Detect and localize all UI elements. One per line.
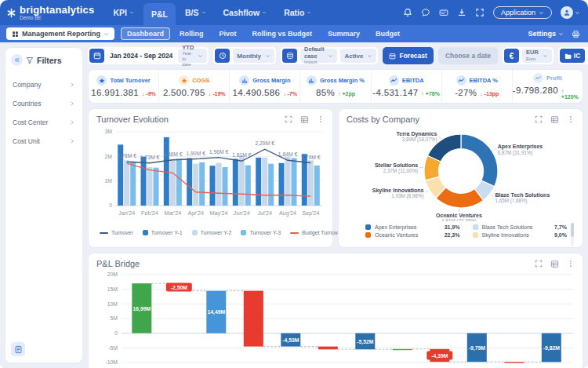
svg-text:Jul'24: Jul'24 xyxy=(257,210,272,217)
calendar-button[interactable] xyxy=(89,49,104,63)
card-icon[interactable] xyxy=(439,8,448,17)
nav-item-b-s[interactable]: B/S xyxy=(177,0,214,25)
period-dropdown[interactable]: Monthly xyxy=(233,49,274,63)
nav-item-cashflow[interactable]: Cashflow xyxy=(216,0,275,25)
kpi-value: 16.991.381 xyxy=(91,88,139,97)
status-dropdown[interactable]: Active xyxy=(340,49,376,63)
collapse-sidebar-button[interactable] xyxy=(11,54,23,66)
kpi-card-gross-margin[interactable]: Gross Margin %85%↑ +2pp xyxy=(300,70,371,103)
legend-item-apex-enterprises[interactable]: Apex Enterprises31,9% xyxy=(365,224,460,230)
kebab-menu-icon[interactable] xyxy=(317,115,325,123)
tab-summary[interactable]: Summary xyxy=(321,27,366,40)
chevron-right-icon xyxy=(69,138,75,144)
legend-item-turnover-y-1[interactable]: Turnover Y-1 xyxy=(143,230,183,235)
waterfall-chart[interactable]: 20M15M10M5M0-5M-10M16,99M-2,50M14,49M-4,… xyxy=(96,270,575,368)
kpi-card-ebitda[interactable]: EBITDA-4.531.147↑ +78% xyxy=(372,70,442,103)
application-dropdown[interactable]: Application xyxy=(493,6,552,19)
waterfall-bar-10 xyxy=(504,362,524,363)
legend-item-oceanic-ventures[interactable]: Oceanic Ventures22,3% xyxy=(365,232,460,238)
tab-dashboard[interactable]: Dashboard xyxy=(121,27,170,40)
top-bar: brightanalytics Demo BE KPIP&LB/SCashflo… xyxy=(0,0,588,25)
legend-item-turnover[interactable]: Turnover xyxy=(100,230,133,235)
svg-text:1,81M €: 1,81M € xyxy=(232,152,252,158)
download-icon[interactable] xyxy=(457,8,466,17)
kpi-card-cogs[interactable]: COGS2.500.795↓ -19% xyxy=(159,70,230,103)
bell-icon[interactable] xyxy=(403,8,412,17)
history-button[interactable] xyxy=(215,49,230,63)
nav-item-p-l[interactable]: P&L xyxy=(143,3,176,25)
svg-text:-5M: -5M xyxy=(108,345,118,351)
filter-item-company[interactable]: Company xyxy=(11,75,77,94)
filter-item-cost-unit[interactable]: Cost Unit xyxy=(11,132,77,151)
svg-text:May'24: May'24 xyxy=(210,210,228,217)
filter-item-cost-center[interactable]: Cost Center xyxy=(11,113,77,132)
kpi-card-ebitda[interactable]: EBITDA %-27%↓ -13pp xyxy=(442,70,513,103)
kpi-delta: ↑ +78% xyxy=(421,91,440,97)
expand-icon[interactable] xyxy=(475,8,485,17)
table-view-icon[interactable] xyxy=(550,115,559,124)
table-view-icon[interactable] xyxy=(550,260,559,268)
kpi-value: 2.500.795 xyxy=(163,88,205,97)
turnover-chart[interactable]: 01M2M3MJan'24Feb'24Mar'24Apr'24May'24Jun… xyxy=(96,126,325,228)
tab-rolling-vs-budget[interactable]: Rolling vs Budget xyxy=(246,27,319,40)
currency-dropdown[interactable]: EUR Euro xyxy=(522,49,552,63)
filter-item-countries[interactable]: Countries xyxy=(11,94,77,113)
kpi-card-gross-margin[interactable]: Gross Margin14.490.586↓ -7% xyxy=(230,70,300,103)
report-selector[interactable]: Management Reporting xyxy=(6,27,114,40)
nav-item-ratio[interactable]: Ratio xyxy=(276,0,319,25)
kebab-menu-icon[interactable] xyxy=(567,115,575,123)
main-nav: KPIP&LB/SCashflowRatio xyxy=(105,0,319,25)
legend-item-skyline-innovations[interactable]: Skyline Innovations9,0% xyxy=(473,232,568,238)
kpi-card-total-turnover[interactable]: Total Turnover16.991.381↓ -9% xyxy=(89,70,159,103)
legend-scrollbar-thumb[interactable] xyxy=(571,223,574,237)
user-menu[interactable] xyxy=(561,6,580,19)
legend-item-budget-turnover[interactable]: Budget Turnover xyxy=(290,230,343,235)
legend-swatch xyxy=(365,224,371,230)
chat-icon[interactable] xyxy=(421,8,430,17)
dataset-button[interactable] xyxy=(282,49,297,63)
svg-text:2,29M €: 2,29M € xyxy=(255,140,274,146)
tab-budget[interactable]: Budget xyxy=(369,27,406,40)
date-range-value[interactable]: Jan 2024 - Sep 2024 xyxy=(107,52,175,60)
legend-item-blaze-tech-solutions[interactable]: Blaze Tech Solutions7,7% xyxy=(473,224,568,230)
fullscreen-icon[interactable] xyxy=(535,260,543,268)
svg-text:-2,50M: -2,50M xyxy=(171,285,187,291)
legend-item-turnover-y-3[interactable]: Turnover Y-3 xyxy=(241,230,281,235)
case-dropdown[interactable]: Default case Import xyxy=(300,49,337,63)
kebab-menu-icon[interactable] xyxy=(567,260,575,268)
line-icon xyxy=(456,75,466,86)
svg-text:Apr'24: Apr'24 xyxy=(187,210,204,217)
currency-button[interactable]: € xyxy=(504,49,519,63)
svg-text:16,99M: 16,99M xyxy=(132,306,151,312)
nav-item-label: KPI xyxy=(113,8,127,17)
kpi-header: Gross Margin xyxy=(239,75,290,86)
fullscreen-icon[interactable] xyxy=(535,115,543,123)
table-view-icon[interactable] xyxy=(300,115,309,124)
nav-item-label: B/S xyxy=(185,8,199,17)
report-tool-button[interactable] xyxy=(11,342,25,356)
kpi-header: EBITDA % xyxy=(456,75,498,86)
forecast-button[interactable]: Forecast xyxy=(383,47,433,64)
costs-donut-chart[interactable]: Apex Enterprises6,87M (31,91%)Blaze Tech… xyxy=(347,126,575,221)
chevron-down-icon xyxy=(201,10,206,15)
settings-dropdown[interactable]: Settings xyxy=(528,30,564,38)
choose-date-button[interactable]: Choose a date xyxy=(438,47,498,64)
fullscreen-icon[interactable] xyxy=(285,115,292,123)
brand-logo[interactable]: brightanalytics Demo BE xyxy=(6,0,94,25)
legend-item-turnover-y-2[interactable]: Turnover Y-2 xyxy=(192,230,232,235)
svg-text:-4,53M: -4,53M xyxy=(282,337,299,344)
nav-item-kpi[interactable]: KPI xyxy=(105,0,142,25)
ytd-dropdown[interactable]: YTD Year to date xyxy=(178,49,207,63)
print-icon[interactable] xyxy=(572,30,580,38)
legend-scrollbar[interactable] xyxy=(571,223,574,246)
bars-icon xyxy=(239,75,249,86)
brand-environment: Demo BE xyxy=(20,16,94,21)
tab-pivot[interactable]: Pivot xyxy=(213,27,243,40)
chevron-right-icon xyxy=(69,100,75,107)
ic-button[interactable]: IC xyxy=(560,49,586,63)
svg-text:Stellar Solutions: Stellar Solutions xyxy=(375,162,418,168)
legend-value: 31,9% xyxy=(445,224,460,230)
tab-rolling[interactable]: Rolling xyxy=(173,27,210,40)
svg-text:0: 0 xyxy=(109,202,112,208)
kpi-card-profit[interactable]: Profit-9.798.280↑ +120% xyxy=(513,70,583,103)
